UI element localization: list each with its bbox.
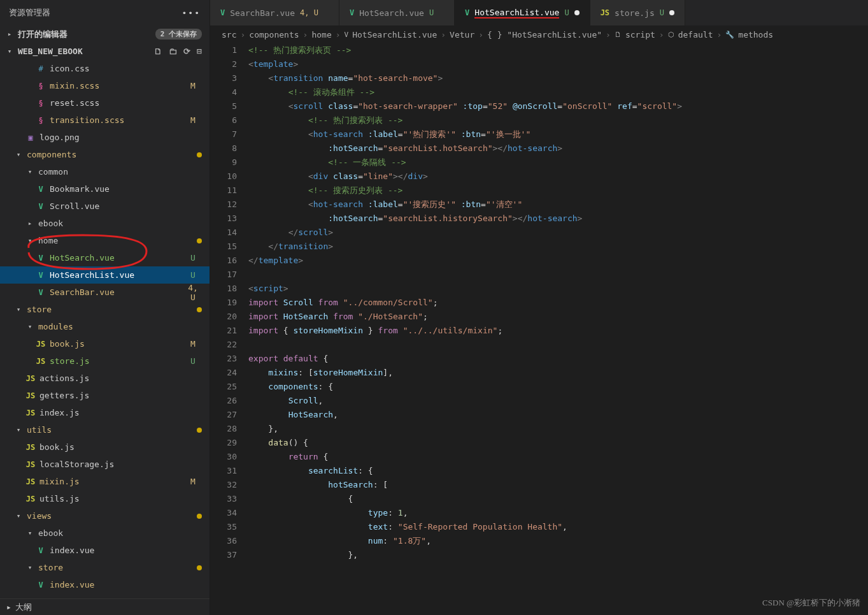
chevron-icon: ▾ bbox=[14, 512, 23, 520]
breadcrumb-sep: › bbox=[303, 30, 308, 40]
breadcrumb-item[interactable]: components bbox=[249, 30, 299, 40]
file-tree[interactable]: #icon.css§mixin.scssM§reset.scss§transit… bbox=[0, 60, 210, 598]
file-item[interactable]: VSearchBar.vue4, U bbox=[0, 284, 210, 301]
file-item[interactable]: Vindex.vue bbox=[0, 576, 210, 593]
item-label: logo.png bbox=[39, 133, 202, 142]
breadcrumb-item[interactable]: { } "HotSearchList.vue" bbox=[487, 30, 602, 40]
file-item[interactable]: JSstore.jsU bbox=[0, 352, 210, 370]
new-file-icon[interactable]: 🗋 bbox=[154, 47, 162, 56]
folder-item[interactable]: ▾common bbox=[0, 163, 210, 180]
unsaved-badge: 2 个未保存 bbox=[155, 29, 202, 40]
chevron-right-icon: ▸ bbox=[6, 602, 11, 612]
tab-label: HotSearchList.vue bbox=[474, 8, 559, 18]
file-item[interactable]: §transition.scssM bbox=[0, 112, 210, 129]
item-label: index.vue bbox=[50, 546, 202, 555]
tab-SearchBar-vue[interactable]: VSearchBar.vue4, U bbox=[210, 0, 339, 25]
file-item[interactable]: §mixin.scssM bbox=[0, 77, 210, 94]
breadcrumb[interactable]: src›components›home›VHotSearchList.vue›V… bbox=[210, 25, 868, 43]
collapse-icon[interactable]: ⊟ bbox=[197, 47, 202, 56]
breadcrumb-item[interactable]: script bbox=[625, 30, 655, 40]
file-item[interactable]: ▣logo.png bbox=[0, 129, 210, 146]
tab-bar: VSearchBar.vue4, UVHotSearch.vueUVHotSea… bbox=[210, 0, 868, 25]
file-item[interactable]: JSbook.jsM bbox=[0, 335, 210, 352]
file-item[interactable]: JSmixin.jsM bbox=[0, 473, 210, 490]
js-icon: JS bbox=[25, 459, 36, 470]
folder-item[interactable]: ▾modules bbox=[0, 318, 210, 335]
file-item[interactable]: VBookmark.vue bbox=[0, 180, 210, 198]
breadcrumb-sep: › bbox=[478, 30, 483, 40]
file-item[interactable]: JSgetters.js bbox=[0, 387, 210, 404]
git-status: 4, U bbox=[184, 283, 202, 302]
folder-item[interactable]: ▾views bbox=[0, 507, 210, 525]
tab-git-status: 4, U bbox=[300, 8, 318, 17]
item-label: index.js bbox=[39, 408, 202, 417]
img-icon: ▣ bbox=[25, 133, 36, 143]
git-status: M bbox=[184, 115, 202, 125]
folder-item[interactable]: ▾store bbox=[0, 559, 210, 576]
js-icon: JS bbox=[25, 373, 36, 384]
vue-icon: V bbox=[36, 253, 46, 263]
item-label: utils bbox=[27, 425, 197, 435]
chevron-icon: ▸ bbox=[25, 219, 34, 228]
item-label: index.vue bbox=[50, 580, 202, 590]
breadcrumb-sep: › bbox=[336, 30, 341, 40]
file-item[interactable]: JSindex.js bbox=[0, 404, 210, 421]
new-folder-icon[interactable]: 🗀 bbox=[169, 47, 177, 56]
file-item[interactable]: VScroll.vue bbox=[0, 198, 210, 215]
tab-git-status: U bbox=[429, 8, 434, 17]
tab-store-js[interactable]: JSstore.jsU bbox=[590, 0, 685, 25]
tab-git-status: U bbox=[660, 8, 664, 17]
folder-item[interactable]: ▾components bbox=[0, 146, 210, 163]
item-label: HotSearch.vue bbox=[50, 253, 184, 263]
file-item[interactable]: §reset.scss bbox=[0, 94, 210, 112]
folder-item[interactable]: ▾store bbox=[0, 301, 210, 318]
vue-icon: V bbox=[350, 8, 354, 17]
item-label: reset.scss bbox=[50, 98, 202, 108]
scss-icon: § bbox=[36, 98, 46, 108]
tab-HotSearchList-vue[interactable]: VHotSearchList.vueU bbox=[455, 0, 590, 25]
more-icon[interactable]: ••• bbox=[182, 8, 201, 18]
folder-item[interactable]: ▾ebook bbox=[0, 525, 210, 542]
chevron-icon: ▾ bbox=[14, 305, 23, 314]
project-section[interactable]: ▾ WEB_NEW_EBOOK 🗋 🗀 ⟳ ⊟ bbox=[0, 43, 210, 60]
breadcrumb-item[interactable]: HotSearchList.vue bbox=[352, 30, 437, 40]
editor-main: VSearchBar.vue4, UVHotSearch.vueUVHotSea… bbox=[210, 0, 868, 615]
folder-item[interactable]: ▾home bbox=[0, 232, 210, 249]
file-item[interactable]: Vindex.vue bbox=[0, 542, 210, 559]
item-label: book.js bbox=[39, 442, 202, 452]
dirty-dot-icon[interactable] bbox=[669, 10, 674, 15]
breadcrumb-item[interactable]: src bbox=[222, 30, 236, 40]
file-item[interactable]: JSlocalStorage.js bbox=[0, 456, 210, 473]
js-icon: JS bbox=[25, 477, 36, 487]
breadcrumb-item[interactable]: default bbox=[678, 30, 713, 40]
breadcrumb-item[interactable]: Vetur bbox=[450, 30, 474, 40]
item-label: store bbox=[27, 305, 197, 314]
file-item[interactable]: #icon.css bbox=[0, 60, 210, 77]
folder-item[interactable]: ▾utils bbox=[0, 421, 210, 438]
breadcrumb-item[interactable]: methods bbox=[738, 30, 773, 40]
js-icon: JS bbox=[25, 494, 36, 504]
item-label: book.js bbox=[50, 339, 184, 349]
tab-HotSearch-vue[interactable]: VHotSearch.vueU bbox=[339, 0, 455, 25]
item-label: store bbox=[38, 563, 197, 572]
git-status: U bbox=[184, 356, 202, 366]
file-item[interactable]: VHotSearchList.vueU bbox=[0, 266, 210, 284]
vue-icon: V bbox=[465, 8, 469, 17]
dirty-dot-icon[interactable] bbox=[574, 10, 580, 15]
git-status: M bbox=[184, 477, 202, 486]
outline-section[interactable]: ▸ 大纲 bbox=[0, 598, 210, 615]
file-item[interactable]: JSactions.js bbox=[0, 370, 210, 387]
file-item[interactable]: JSutils.js bbox=[0, 490, 210, 507]
breadcrumb-sep: › bbox=[606, 30, 611, 40]
editor[interactable]: 1234567891011121314151617181920212223242… bbox=[210, 43, 868, 615]
refresh-icon[interactable]: ⟳ bbox=[183, 47, 190, 56]
open-editors-section[interactable]: ▸ 打开的编辑器 2 个未保存 bbox=[0, 25, 210, 43]
code-content[interactable]: <!-- 热门搜索列表页 --> <template> <transition … bbox=[248, 43, 868, 615]
folder-item[interactable]: ▸ebook bbox=[0, 215, 210, 232]
tab-label: HotSearch.vue bbox=[359, 8, 424, 18]
file-item[interactable]: JSbook.js bbox=[0, 438, 210, 456]
breadcrumb-item[interactable]: home bbox=[311, 30, 331, 40]
scss-icon: § bbox=[36, 115, 46, 126]
chevron-icon: ▾ bbox=[25, 168, 34, 176]
file-item[interactable]: VHotSearch.vueU bbox=[0, 249, 210, 266]
